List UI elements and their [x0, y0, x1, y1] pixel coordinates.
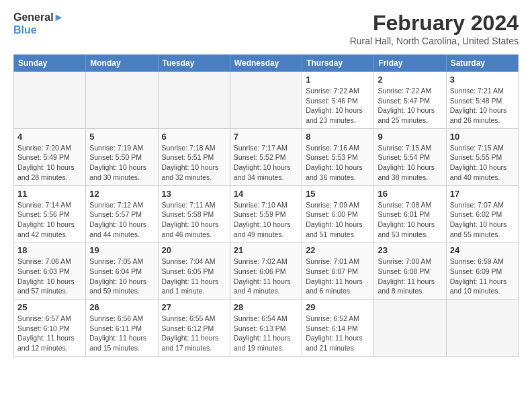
- day-number: 24: [450, 245, 515, 255]
- day-number: 14: [234, 189, 298, 199]
- day-info: Sunrise: 7:17 AM Sunset: 5:52 PM Dayligh…: [234, 143, 298, 183]
- day-number: 9: [378, 132, 442, 142]
- calendar-cell: 18Sunrise: 7:06 AM Sunset: 6:03 PM Dayli…: [14, 242, 86, 300]
- logo: General► Blue: [13, 11, 64, 36]
- logo-text: General►: [13, 11, 64, 24]
- calendar-cell: 27Sunrise: 6:55 AM Sunset: 6:12 PM Dayli…: [158, 300, 230, 357]
- header: General► Blue February 2024 Rural Hall, …: [13, 11, 519, 46]
- day-number: 5: [89, 132, 154, 142]
- calendar-cell: 16Sunrise: 7:08 AM Sunset: 6:01 PM Dayli…: [374, 185, 446, 242]
- day-info: Sunrise: 6:55 AM Sunset: 6:12 PM Dayligh…: [162, 314, 226, 353]
- weekday-header-tuesday: Tuesday: [158, 55, 230, 72]
- day-number: 7: [234, 132, 298, 142]
- calendar-cell: 25Sunrise: 6:57 AM Sunset: 6:10 PM Dayli…: [14, 300, 86, 357]
- day-number: 13: [162, 189, 226, 199]
- day-number: 28: [234, 302, 298, 312]
- day-number: 15: [306, 189, 370, 199]
- calendar-cell: 13Sunrise: 7:11 AM Sunset: 5:58 PM Dayli…: [158, 185, 230, 242]
- weekday-header-sunday: Sunday: [14, 55, 86, 72]
- calendar-cell: 14Sunrise: 7:10 AM Sunset: 5:59 PM Dayli…: [230, 185, 302, 242]
- day-info: Sunrise: 6:52 AM Sunset: 6:14 PM Dayligh…: [306, 314, 370, 353]
- day-info: Sunrise: 7:09 AM Sunset: 6:00 PM Dayligh…: [306, 200, 370, 240]
- logo-text2: Blue: [13, 24, 64, 36]
- calendar-cell: 24Sunrise: 6:59 AM Sunset: 6:09 PM Dayli…: [446, 242, 518, 300]
- day-info: Sunrise: 7:22 AM Sunset: 5:46 PM Dayligh…: [306, 86, 370, 126]
- calendar-cell: 21Sunrise: 7:02 AM Sunset: 6:06 PM Dayli…: [230, 242, 302, 300]
- day-number: 16: [378, 189, 442, 199]
- calendar-cell: 12Sunrise: 7:12 AM Sunset: 5:57 PM Dayli…: [86, 185, 158, 242]
- day-number: 2: [378, 75, 442, 85]
- calendar-cell: 15Sunrise: 7:09 AM Sunset: 6:00 PM Dayli…: [302, 185, 374, 242]
- day-info: Sunrise: 7:02 AM Sunset: 6:06 PM Dayligh…: [234, 257, 298, 296]
- calendar-cell: 9Sunrise: 7:15 AM Sunset: 5:54 PM Daylig…: [374, 128, 446, 185]
- weekday-header-saturday: Saturday: [446, 55, 518, 72]
- day-info: Sunrise: 7:08 AM Sunset: 6:01 PM Dayligh…: [378, 200, 442, 240]
- calendar-cell: 29Sunrise: 6:52 AM Sunset: 6:14 PM Dayli…: [302, 300, 374, 357]
- day-number: 22: [306, 245, 370, 255]
- day-info: Sunrise: 6:54 AM Sunset: 6:13 PM Dayligh…: [234, 314, 298, 353]
- calendar-cell: 7Sunrise: 7:17 AM Sunset: 5:52 PM Daylig…: [230, 128, 302, 185]
- calendar-cell: 17Sunrise: 7:07 AM Sunset: 6:02 PM Dayli…: [446, 185, 518, 242]
- day-info: Sunrise: 7:18 AM Sunset: 5:51 PM Dayligh…: [162, 143, 226, 183]
- day-info: Sunrise: 7:12 AM Sunset: 5:57 PM Dayligh…: [89, 200, 154, 240]
- day-info: Sunrise: 7:22 AM Sunset: 5:47 PM Dayligh…: [378, 86, 442, 126]
- calendar-cell: 23Sunrise: 7:00 AM Sunset: 6:08 PM Dayli…: [374, 242, 446, 300]
- day-number: 17: [450, 189, 515, 199]
- day-info: Sunrise: 6:59 AM Sunset: 6:09 PM Dayligh…: [450, 257, 515, 296]
- day-number: 18: [17, 245, 82, 255]
- day-number: 26: [89, 302, 154, 312]
- weekday-header-wednesday: Wednesday: [230, 55, 302, 72]
- day-info: Sunrise: 7:05 AM Sunset: 6:04 PM Dayligh…: [89, 257, 154, 296]
- title-area: February 2024 Rural Hall, North Carolina…: [350, 11, 519, 46]
- weekday-header-thursday: Thursday: [302, 55, 374, 72]
- day-info: Sunrise: 7:14 AM Sunset: 5:56 PM Dayligh…: [17, 200, 82, 240]
- day-number: 11: [17, 189, 82, 199]
- day-number: 19: [89, 245, 154, 255]
- day-number: 3: [450, 75, 515, 85]
- calendar-cell: 5Sunrise: 7:19 AM Sunset: 5:50 PM Daylig…: [86, 128, 158, 185]
- weekday-header-monday: Monday: [86, 55, 158, 72]
- day-info: Sunrise: 7:15 AM Sunset: 5:54 PM Dayligh…: [378, 143, 442, 183]
- day-number: 29: [306, 302, 370, 312]
- calendar-cell: 10Sunrise: 7:15 AM Sunset: 5:55 PM Dayli…: [446, 128, 518, 185]
- calendar-cell: 3Sunrise: 7:21 AM Sunset: 5:48 PM Daylig…: [446, 72, 518, 129]
- calendar-cell: 26Sunrise: 6:56 AM Sunset: 6:11 PM Dayli…: [86, 300, 158, 357]
- calendar-cell: 11Sunrise: 7:14 AM Sunset: 5:56 PM Dayli…: [14, 185, 86, 242]
- calendar: SundayMondayTuesdayWednesdayThursdayFrid…: [13, 54, 519, 357]
- day-info: Sunrise: 7:19 AM Sunset: 5:50 PM Dayligh…: [89, 143, 154, 183]
- day-info: Sunrise: 7:20 AM Sunset: 5:49 PM Dayligh…: [17, 143, 82, 183]
- day-info: Sunrise: 7:21 AM Sunset: 5:48 PM Dayligh…: [450, 86, 515, 126]
- calendar-cell: 28Sunrise: 6:54 AM Sunset: 6:13 PM Dayli…: [230, 300, 302, 357]
- calendar-cell: 6Sunrise: 7:18 AM Sunset: 5:51 PM Daylig…: [158, 128, 230, 185]
- day-info: Sunrise: 7:06 AM Sunset: 6:03 PM Dayligh…: [17, 257, 82, 296]
- day-info: Sunrise: 7:16 AM Sunset: 5:53 PM Dayligh…: [306, 143, 370, 183]
- day-info: Sunrise: 7:11 AM Sunset: 5:58 PM Dayligh…: [162, 200, 226, 240]
- calendar-cell: 4Sunrise: 7:20 AM Sunset: 5:49 PM Daylig…: [14, 128, 86, 185]
- day-info: Sunrise: 7:04 AM Sunset: 6:05 PM Dayligh…: [162, 257, 226, 296]
- day-number: 27: [162, 302, 226, 312]
- calendar-cell: [374, 300, 446, 357]
- calendar-cell: [230, 72, 302, 129]
- day-number: 20: [162, 245, 226, 255]
- calendar-cell: [446, 300, 518, 357]
- location: Rural Hall, North Carolina, United State…: [350, 36, 519, 46]
- month-year: February 2024: [350, 11, 519, 36]
- day-number: 23: [378, 245, 442, 255]
- day-info: Sunrise: 7:01 AM Sunset: 6:07 PM Dayligh…: [306, 257, 370, 296]
- day-number: 1: [306, 75, 370, 85]
- calendar-cell: 20Sunrise: 7:04 AM Sunset: 6:05 PM Dayli…: [158, 242, 230, 300]
- calendar-cell: 22Sunrise: 7:01 AM Sunset: 6:07 PM Dayli…: [302, 242, 374, 300]
- day-number: 8: [306, 132, 370, 142]
- day-number: 4: [17, 132, 82, 142]
- day-info: Sunrise: 7:07 AM Sunset: 6:02 PM Dayligh…: [450, 200, 515, 240]
- day-number: 10: [450, 132, 515, 142]
- calendar-cell: [158, 72, 230, 129]
- calendar-cell: [14, 72, 86, 129]
- calendar-cell: 19Sunrise: 7:05 AM Sunset: 6:04 PM Dayli…: [86, 242, 158, 300]
- day-number: 12: [89, 189, 154, 199]
- weekday-header-friday: Friday: [374, 55, 446, 72]
- day-info: Sunrise: 7:00 AM Sunset: 6:08 PM Dayligh…: [378, 257, 442, 296]
- calendar-cell: [86, 72, 158, 129]
- day-info: Sunrise: 7:15 AM Sunset: 5:55 PM Dayligh…: [450, 143, 515, 183]
- day-info: Sunrise: 6:57 AM Sunset: 6:10 PM Dayligh…: [17, 314, 82, 353]
